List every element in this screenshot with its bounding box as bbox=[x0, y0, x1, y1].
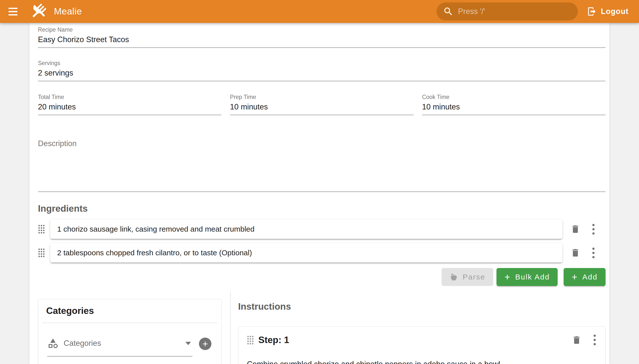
app-header: Mealie Logout bbox=[0, 0, 639, 23]
ingredients-heading: Ingredients bbox=[38, 204, 605, 214]
bulk-add-label: Bulk Add bbox=[515, 273, 550, 281]
categories-heading: Categories bbox=[38, 299, 222, 322]
more-options-icon[interactable] bbox=[593, 334, 597, 346]
description-field[interactable]: Description bbox=[38, 139, 605, 192]
shapes-icon bbox=[47, 338, 59, 349]
recipe-name-value[interactable]: Easy Chorizo Street Tacos bbox=[38, 34, 605, 45]
categories-card: Categories Categories + bbox=[38, 299, 222, 364]
app-title: Mealie bbox=[54, 6, 82, 17]
cook-time-label: Cook Time bbox=[422, 93, 605, 101]
search-icon bbox=[443, 6, 454, 17]
servings-value[interactable]: 2 servings bbox=[38, 68, 605, 78]
add-category-button[interactable]: + bbox=[199, 338, 211, 350]
bottom-columns: Categories Categories + bbox=[38, 292, 605, 364]
add-label: Add bbox=[582, 273, 597, 281]
delete-ingredient-button[interactable] bbox=[570, 248, 580, 258]
prep-time-field[interactable]: Prep Time 10 minutes bbox=[230, 93, 413, 115]
parse-label: Parse bbox=[463, 273, 485, 281]
recipe-name-label: Recipe Name bbox=[38, 26, 605, 34]
servings-field[interactable]: Servings 2 servings bbox=[38, 59, 605, 81]
add-ingredient-button[interactable]: + Add bbox=[564, 268, 605, 286]
ingredient-actions: Parse + Bulk Add + Add bbox=[38, 268, 605, 286]
ingredient-row: 2 tablespoons chopped fresh cilantro, or… bbox=[38, 243, 595, 262]
logout-label: Logout bbox=[601, 7, 628, 16]
apple-icon bbox=[450, 273, 458, 281]
ingredient-row: 1 chorizo sausage link, casing removed a… bbox=[38, 220, 595, 239]
servings-label: Servings bbox=[38, 59, 605, 67]
parse-button[interactable]: Parse bbox=[442, 268, 493, 286]
prep-time-value[interactable]: 10 minutes bbox=[230, 102, 413, 112]
step-title: Step: 1 bbox=[258, 335, 572, 345]
more-options-icon[interactable] bbox=[591, 246, 595, 259]
drag-handle-icon[interactable] bbox=[38, 248, 45, 258]
ingredient-text: 1 chorizo sausage link, casing removed a… bbox=[57, 225, 254, 233]
step-card: Step: 1 Combine crumbled chorizo and chi… bbox=[238, 326, 605, 364]
time-fields-row: Total Time 20 minutes Prep Time 10 minut… bbox=[38, 93, 605, 115]
categories-select-label: Categories bbox=[64, 339, 180, 348]
categories-select[interactable]: Categories bbox=[47, 338, 192, 356]
prep-time-label: Prep Time bbox=[230, 93, 413, 101]
plus-icon: + bbox=[504, 272, 511, 282]
description-label: Description bbox=[38, 139, 605, 148]
trash-icon bbox=[570, 224, 580, 234]
bulk-add-button[interactable]: + Bulk Add bbox=[497, 268, 558, 286]
trash-icon bbox=[572, 335, 582, 345]
total-time-label: Total Time bbox=[38, 93, 222, 101]
step-text[interactable]: Combine crumbled chorizo and chipotle pe… bbox=[247, 359, 597, 364]
recipe-name-field[interactable]: Recipe Name Easy Chorizo Street Tacos bbox=[38, 26, 605, 48]
categories-column: Categories Categories + bbox=[38, 292, 230, 364]
delete-step-button[interactable] bbox=[572, 335, 582, 345]
more-options-icon[interactable] bbox=[591, 223, 595, 236]
drag-handle-icon[interactable] bbox=[38, 224, 45, 234]
delete-ingredient-button[interactable] bbox=[570, 224, 580, 234]
trash-icon bbox=[570, 248, 580, 258]
search-input[interactable] bbox=[458, 7, 563, 16]
cook-time-field[interactable]: Cook Time 10 minutes bbox=[422, 93, 605, 115]
chevron-down-icon bbox=[185, 342, 191, 345]
logout-icon bbox=[587, 6, 597, 16]
cook-time-value[interactable]: 10 minutes bbox=[422, 102, 605, 112]
logout-button[interactable]: Logout bbox=[587, 6, 628, 16]
ingredient-input[interactable]: 1 chorizo sausage link, casing removed a… bbox=[50, 220, 562, 239]
plus-icon: + bbox=[572, 272, 578, 282]
menu-icon[interactable] bbox=[4, 2, 23, 21]
mealie-logo-icon bbox=[30, 2, 47, 20]
total-time-field[interactable]: Total Time 20 minutes bbox=[38, 93, 222, 115]
ingredient-text: 2 tablespoons chopped fresh cilantro, or… bbox=[57, 248, 252, 257]
page-background: Recipe Name Easy Chorizo Street Tacos Se… bbox=[0, 23, 639, 364]
instructions-column: Instructions Step: 1 Combine crumbled ch… bbox=[230, 292, 605, 364]
plus-icon: + bbox=[202, 338, 208, 349]
ingredient-input[interactable]: 2 tablespoons chopped fresh cilantro, or… bbox=[50, 243, 562, 262]
instructions-heading: Instructions bbox=[238, 302, 605, 312]
search-bar[interactable] bbox=[437, 2, 578, 20]
total-time-value[interactable]: 20 minutes bbox=[38, 102, 222, 112]
drag-handle-icon[interactable] bbox=[247, 335, 254, 345]
recipe-editor-card: Recipe Name Easy Chorizo Street Tacos Se… bbox=[30, 23, 609, 364]
